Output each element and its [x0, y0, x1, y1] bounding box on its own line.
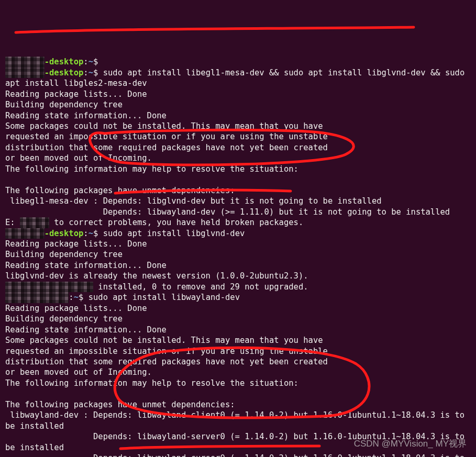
- output-line: Building dependency tree: [5, 314, 123, 324]
- hostname: -desktop: [45, 68, 84, 77]
- redacted-user: ████████: [5, 57, 45, 67]
- terminal-output[interactable]: ████████-desktop:~$ ████████-desktop:~$ …: [5, 46, 471, 457]
- hostname: -desktop: [45, 229, 84, 238]
- output-line: or been moved out of Incoming.: [5, 367, 152, 377]
- redacted-user: ████████: [5, 228, 45, 239]
- output-line: Depends: libwayland-dev (>= 1.11.0) but …: [5, 207, 450, 217]
- output-line: libwayland-dev : Depends: libwayland-cli…: [5, 410, 470, 430]
- prompt-line: ████████-desktop:~$ sudo apt install lib…: [5, 68, 470, 88]
- output-line: Depends: libwayland-cursor0 (= 1.14.0-2)…: [5, 453, 470, 457]
- output-line: Depends: libwayland-server0 (= 1.14.0-2)…: [5, 432, 470, 452]
- output-line: distribution that some required packages…: [5, 143, 328, 152]
- output-line: Reading package lists... Done: [5, 90, 147, 99]
- output-line: The following packages have unmet depend…: [5, 400, 235, 409]
- output-line: Reading package lists... Done: [5, 239, 147, 249]
- output-line: The following information may help to re…: [5, 378, 298, 388]
- prompt-line: █████████████:~$ sudo apt install libway…: [5, 293, 240, 302]
- cwd: ~: [88, 229, 93, 238]
- output-line: requested an impossible situation or if …: [5, 347, 328, 356]
- prompt-line: ████████-desktop:~$: [5, 57, 103, 66]
- output-line: requested an impossible situation or if …: [5, 132, 328, 141]
- output-line: libglvnd-dev is already the newest versi…: [5, 271, 308, 281]
- output-line: Reading state information... Done: [5, 325, 167, 335]
- output-line: Reading state information... Done: [5, 261, 167, 270]
- output-line: The following packages have unmet depend…: [5, 186, 235, 195]
- output-line: or been moved out of Incoming.: [5, 153, 152, 163]
- output-line: Some packages could not be installed. Th…: [5, 336, 323, 345]
- cwd: ~: [74, 293, 79, 302]
- output-line: Reading package lists... Done: [5, 304, 147, 313]
- hostname: -desktop: [45, 57, 84, 66]
- prompt-line: ████████-desktop:~$ sudo apt install lib…: [5, 229, 245, 238]
- redacted-user: █████████████: [5, 292, 69, 303]
- output-line: Building dependency tree: [5, 100, 123, 109]
- output-line: Building dependency tree: [5, 250, 123, 259]
- output-line: ██████████████████ installed, 0 to remov…: [5, 282, 308, 292]
- redacted-text: ██████████████████: [5, 282, 93, 292]
- output-line: E: ██████ to correct problems, you have …: [5, 218, 303, 227]
- cwd: ~: [88, 68, 93, 77]
- command-input[interactable]: sudo apt install libwayland-dev: [88, 293, 240, 302]
- output-line: The following information may help to re…: [5, 164, 298, 174]
- output-line: Some packages could not be installed. Th…: [5, 121, 323, 131]
- output-line: Reading state information... Done: [5, 111, 167, 120]
- output-line: distribution that some required packages…: [5, 357, 328, 366]
- redacted-user: ████████: [5, 68, 45, 78]
- output-line: libegl1-mesa-dev : Depends: libglvnd-dev…: [5, 196, 382, 206]
- command-input[interactable]: sudo apt install libglvnd-dev: [103, 229, 245, 238]
- cwd: ~: [88, 57, 93, 66]
- redacted-text: ██████: [20, 217, 49, 228]
